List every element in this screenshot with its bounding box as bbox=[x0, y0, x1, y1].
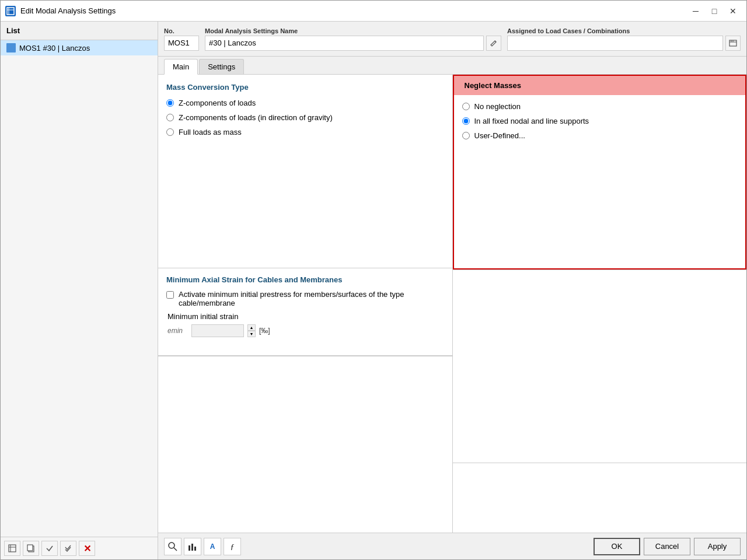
window-controls: ─ □ ✕ bbox=[687, 4, 742, 18]
add-button[interactable] bbox=[4, 541, 20, 556]
neglect-header: Neglect Masses bbox=[454, 76, 746, 95]
radio-fixed-supports[interactable]: In all fixed nodal and line supports bbox=[462, 117, 738, 125]
assigned-label: Assigned to Load Cases / Combinations bbox=[507, 27, 741, 34]
main-content: List MOS1 #30 | Lanczos bbox=[1, 22, 746, 559]
cable-checkbox[interactable] bbox=[166, 291, 174, 299]
verify-all-button[interactable] bbox=[60, 541, 76, 556]
search-tool-button[interactable] bbox=[164, 538, 181, 555]
radio-full-loads[interactable]: Full loads as mass bbox=[166, 128, 444, 136]
no-label: No. bbox=[164, 27, 199, 34]
radio-z-components[interactable]: Z-components of loads bbox=[166, 99, 444, 107]
cable-title: Minimum Axial Strain for Cables and Memb… bbox=[166, 275, 444, 284]
svg-rect-17 bbox=[194, 547, 196, 551]
emin-unit: [‰] bbox=[259, 327, 270, 335]
right-sections: Neglect Masses No neglection In all fixe… bbox=[453, 75, 747, 533]
radio-no-neglection-label: No neglection bbox=[474, 102, 521, 111]
left-sections: Mass Conversion Type Z-components of loa… bbox=[158, 75, 453, 533]
svg-rect-7 bbox=[27, 545, 33, 551]
emin-label: emin bbox=[167, 327, 188, 335]
assigned-input bbox=[507, 36, 723, 51]
window-title: Edit Modal Analysis Settings bbox=[20, 6, 687, 15]
apply-button[interactable]: Apply bbox=[694, 538, 741, 555]
svg-point-13 bbox=[169, 542, 174, 548]
cable-checkbox-row: Activate minimum initial prestress for m… bbox=[166, 290, 444, 307]
svg-rect-3 bbox=[9, 545, 16, 552]
assigned-input-row bbox=[507, 36, 741, 51]
radio-user-defined-label: User-Defined... bbox=[474, 131, 525, 140]
tab-main[interactable]: Main bbox=[164, 59, 198, 75]
radio-z-components-label: Z-components of loads bbox=[179, 99, 256, 107]
sidebar-item-mos1[interactable]: MOS1 #30 | Lanczos bbox=[1, 40, 158, 55]
min-strain-section: Minimum initial strain emin ▲ ▼ [‰] bbox=[166, 312, 444, 337]
radio-full-loads-label: Full loads as mass bbox=[179, 128, 242, 136]
delete-button[interactable]: ✕ bbox=[79, 541, 95, 556]
emin-down[interactable]: ▼ bbox=[247, 331, 256, 337]
svg-rect-16 bbox=[191, 544, 193, 551]
radio-z-gravity[interactable]: Z-components of loads (in direction of g… bbox=[166, 113, 444, 122]
edit-name-button[interactable] bbox=[486, 36, 501, 51]
ok-button[interactable]: OK bbox=[594, 538, 640, 555]
no-field-group: No. bbox=[164, 27, 199, 51]
radio-fixed-supports-input[interactable] bbox=[462, 117, 470, 125]
app-icon bbox=[5, 6, 16, 16]
cable-section: Minimum Axial Strain for Cables and Memb… bbox=[158, 268, 452, 356]
assigned-edit-button[interactable] bbox=[725, 36, 741, 51]
item-color-icon bbox=[6, 43, 16, 52]
radio-z-gravity-label: Z-components of loads (in direction of g… bbox=[179, 113, 333, 122]
radio-user-defined[interactable]: User-Defined... bbox=[462, 131, 738, 140]
no-input[interactable] bbox=[164, 36, 199, 51]
name-input[interactable] bbox=[205, 36, 484, 51]
sidebar-item-label: MOS1 #30 | Lanczos bbox=[19, 44, 90, 52]
verify-button[interactable] bbox=[41, 541, 58, 556]
tabs-bar: Main Settings bbox=[158, 57, 746, 75]
radio-user-defined-input[interactable] bbox=[462, 132, 470, 139]
bottom-left-empty bbox=[158, 356, 452, 533]
min-strain-label: Minimum initial strain bbox=[167, 312, 444, 321]
radio-no-neglection-input[interactable] bbox=[462, 103, 470, 110]
cancel-button[interactable]: Cancel bbox=[644, 538, 690, 555]
maximize-button[interactable]: □ bbox=[706, 4, 723, 18]
right-panel: No. Modal Analysis Settings Name bbox=[158, 22, 746, 559]
copy-button[interactable] bbox=[23, 541, 39, 556]
title-bar: Edit Modal Analysis Settings ─ □ ✕ bbox=[1, 1, 746, 22]
bottom-right-lower bbox=[453, 463, 747, 533]
svg-line-8 bbox=[495, 41, 496, 42]
cable-checkbox-label: Activate minimum initial prestress for m… bbox=[179, 290, 444, 307]
neglect-wrapper: Neglect Masses No neglection In all fixe… bbox=[453, 75, 747, 270]
bottom-right-upper bbox=[453, 270, 747, 463]
radio-z-gravity-input[interactable] bbox=[166, 114, 174, 121]
sidebar-footer: ✕ bbox=[1, 537, 158, 559]
chart-tool-button[interactable] bbox=[184, 538, 201, 555]
mass-conversion-title: Mass Conversion Type bbox=[166, 83, 444, 92]
main-window: Edit Modal Analysis Settings ─ □ ✕ List … bbox=[0, 0, 747, 560]
neglect-body: No neglection In all fixed nodal and lin… bbox=[454, 95, 746, 153]
emin-row: emin ▲ ▼ [‰] bbox=[167, 324, 444, 337]
action-buttons: OK Cancel Apply bbox=[594, 538, 741, 555]
radio-z-components-input[interactable] bbox=[166, 99, 174, 107]
tab-settings[interactable]: Settings bbox=[199, 59, 244, 74]
svg-line-14 bbox=[174, 548, 177, 551]
sidebar: List MOS1 #30 | Lanczos bbox=[1, 22, 158, 559]
radio-full-loads-input[interactable] bbox=[166, 128, 174, 136]
minimize-button[interactable]: ─ bbox=[687, 4, 704, 18]
close-button[interactable]: ✕ bbox=[724, 4, 742, 18]
svg-rect-15 bbox=[189, 545, 190, 551]
emin-input[interactable] bbox=[191, 324, 244, 337]
sections-container: Mass Conversion Type Z-components of loa… bbox=[158, 75, 746, 533]
neglect-title: Neglect Masses bbox=[459, 78, 528, 93]
header-row: No. Modal Analysis Settings Name bbox=[158, 22, 746, 57]
sidebar-header: List bbox=[1, 22, 158, 40]
function-tool-button[interactable]: ƒ bbox=[224, 538, 241, 555]
radio-fixed-supports-label: In all fixed nodal and line supports bbox=[474, 117, 589, 125]
assigned-group: Assigned to Load Cases / Combinations bbox=[507, 27, 741, 51]
radio-no-neglection[interactable]: No neglection bbox=[462, 102, 738, 111]
text-tool-button[interactable]: A bbox=[204, 538, 221, 555]
bottom-toolbar: A ƒ OK Cancel Apply bbox=[158, 533, 746, 559]
name-label: Modal Analysis Settings Name bbox=[205, 27, 501, 34]
mass-conversion-section: Mass Conversion Type Z-components of loa… bbox=[158, 75, 452, 268]
svg-rect-0 bbox=[7, 8, 14, 15]
name-field-group: Modal Analysis Settings Name bbox=[205, 27, 501, 51]
emin-stepper: ▲ ▼ bbox=[247, 324, 256, 337]
emin-up[interactable]: ▲ bbox=[247, 324, 256, 331]
